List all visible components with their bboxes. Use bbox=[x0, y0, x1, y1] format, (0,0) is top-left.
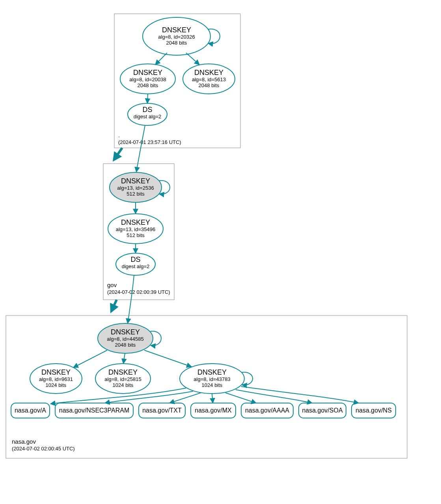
zone-nasa-timestamp: (2024-07-02 02:00:45 UTC) bbox=[12, 446, 75, 452]
zone-root-label: . bbox=[118, 132, 120, 138]
zone-root-timestamp: (2024-07-01 23:57:16 UTC) bbox=[118, 139, 181, 145]
edge-zsk3-aaaa bbox=[225, 393, 256, 403]
node-gov-zsk[interactable]: DNSKEY alg=13, id=35496 512 bits bbox=[108, 214, 163, 244]
svg-text:512 bits: 512 bits bbox=[127, 232, 145, 238]
zone-gov-label: gov bbox=[107, 282, 117, 288]
svg-text:digest alg=2: digest alg=2 bbox=[122, 263, 149, 269]
svg-text:2048 bits: 2048 bits bbox=[166, 40, 187, 46]
svg-text:nasa.gov/A: nasa.gov/A bbox=[15, 407, 46, 414]
svg-text:nasa.gov/NS: nasa.gov/NS bbox=[355, 407, 392, 414]
node-rr-ns[interactable]: nasa.gov/NS bbox=[352, 403, 396, 418]
svg-text:alg=8, id=20038: alg=8, id=20038 bbox=[129, 77, 166, 82]
svg-text:DS: DS bbox=[130, 256, 140, 263]
node-root-ds[interactable]: DS digest alg=2 bbox=[128, 103, 167, 125]
node-rr-aaaa[interactable]: nasa.gov/AAAA bbox=[241, 403, 293, 418]
svg-text:nasa.gov/NSEC3PARAM: nasa.gov/NSEC3PARAM bbox=[59, 407, 129, 414]
edge-deleg-gov-nasa bbox=[112, 300, 117, 311]
svg-text:DNSKEY: DNSKEY bbox=[121, 177, 150, 185]
node-root-zsk1[interactable]: DNSKEY alg=8, id=20038 2048 bits bbox=[120, 64, 175, 94]
svg-text:alg=8, id=25815: alg=8, id=25815 bbox=[104, 376, 141, 382]
svg-text:alg=13, id=35496: alg=13, id=35496 bbox=[116, 226, 155, 232]
svg-text:alg=8, id=9631: alg=8, id=9631 bbox=[39, 376, 73, 382]
edge-deleg-root-gov bbox=[114, 148, 122, 159]
edge-root-ksk-zsk2 bbox=[186, 53, 199, 65]
node-rr-soa[interactable]: nasa.gov/SOA bbox=[299, 403, 346, 418]
node-gov-ksk[interactable]: DNSKEY alg=13, id=2536 512 bits bbox=[110, 172, 162, 202]
zone-root: . (2024-07-01 23:57:16 UTC) DNSKEY alg=8… bbox=[114, 14, 240, 148]
zone-nasa-label: nasa.gov bbox=[12, 438, 36, 445]
svg-text:DNSKEY: DNSKEY bbox=[41, 368, 71, 376]
node-root-ksk[interactable]: DNSKEY alg=8, id=20326 2048 bits bbox=[143, 17, 210, 55]
svg-text:nasa.gov/TXT: nasa.gov/TXT bbox=[142, 407, 182, 414]
edge-nasa-ksk-zsk1 bbox=[73, 350, 107, 368]
edge-root-ksk-zsk1 bbox=[155, 53, 167, 65]
node-rr-mx[interactable]: nasa.gov/MX bbox=[191, 403, 236, 418]
svg-text:DNSKEY: DNSKEY bbox=[108, 368, 138, 376]
svg-text:2048 bits: 2048 bits bbox=[199, 82, 220, 88]
node-nasa-zsk1[interactable]: DNSKEY alg=8, id=9631 1024 bits bbox=[30, 364, 82, 394]
svg-text:nasa.gov/SOA: nasa.gov/SOA bbox=[302, 407, 343, 414]
svg-text:alg=8, id=5613: alg=8, id=5613 bbox=[192, 77, 226, 82]
svg-text:alg=8, id=44585: alg=8, id=44585 bbox=[107, 336, 143, 342]
node-gov-ds[interactable]: DS digest alg=2 bbox=[116, 253, 155, 275]
svg-text:DNSKEY: DNSKEY bbox=[194, 69, 223, 77]
svg-text:digest alg=2: digest alg=2 bbox=[134, 114, 161, 119]
svg-text:512 bits: 512 bits bbox=[127, 191, 145, 197]
zone-gov: gov (2024-07-02 02:00:39 UTC) DNSKEY alg… bbox=[103, 164, 174, 300]
edge-root-ds-gov-ksk bbox=[136, 125, 145, 172]
svg-text:1024 bits: 1024 bits bbox=[202, 382, 223, 388]
svg-text:2048 bits: 2048 bits bbox=[138, 82, 158, 88]
edge-root-zsk1-ds bbox=[147, 94, 148, 103]
edge-gov-ds-nasa-ksk bbox=[128, 275, 134, 323]
edge-zsk3-mx bbox=[212, 394, 213, 403]
svg-text:alg=13, id=2536: alg=13, id=2536 bbox=[117, 185, 154, 191]
zone-gov-timestamp: (2024-07-02 02:00:39 UTC) bbox=[107, 289, 170, 295]
node-root-zsk2[interactable]: DNSKEY alg=8, id=5613 2048 bits bbox=[183, 64, 235, 94]
svg-text:nasa.gov/MX: nasa.gov/MX bbox=[195, 407, 232, 414]
svg-text:alg=8, id=43783: alg=8, id=43783 bbox=[194, 376, 230, 382]
svg-text:1024 bits: 1024 bits bbox=[113, 382, 134, 388]
edge-nasa-ksk-zsk3 bbox=[144, 350, 192, 367]
svg-text:1024 bits: 1024 bits bbox=[46, 382, 67, 388]
svg-text:DNSKEY: DNSKEY bbox=[162, 26, 191, 34]
edge-zsk3-soa bbox=[236, 390, 312, 403]
svg-text:DNSKEY: DNSKEY bbox=[121, 218, 150, 226]
node-rr-a[interactable]: nasa.gov/A bbox=[11, 403, 50, 418]
svg-text:2048 bits: 2048 bits bbox=[115, 342, 136, 348]
svg-text:nasa.gov/AAAA: nasa.gov/AAAA bbox=[245, 407, 289, 414]
svg-text:DNSKEY: DNSKEY bbox=[133, 69, 162, 77]
edge-nasa-ksk-zsk2 bbox=[123, 353, 125, 364]
svg-text:DNSKEY: DNSKEY bbox=[197, 368, 227, 376]
svg-text:alg=8, id=20326: alg=8, id=20326 bbox=[158, 34, 195, 40]
node-rr-txt[interactable]: nasa.gov/TXT bbox=[139, 403, 185, 418]
node-rr-nsec3param[interactable]: nasa.gov/NSEC3PARAM bbox=[55, 403, 133, 418]
zone-nasa: nasa.gov (2024-07-02 02:00:45 UTC) DNSKE… bbox=[6, 315, 407, 458]
node-nasa-ksk[interactable]: DNSKEY alg=8, id=44585 2048 bits bbox=[98, 323, 153, 353]
svg-text:DNSKEY: DNSKEY bbox=[111, 328, 140, 336]
node-nasa-zsk2[interactable]: DNSKEY alg=8, id=25815 1024 bits bbox=[95, 364, 151, 394]
svg-text:DS: DS bbox=[142, 106, 152, 114]
node-nasa-zsk3[interactable]: DNSKEY alg=8, id=43783 1024 bits bbox=[180, 364, 244, 394]
